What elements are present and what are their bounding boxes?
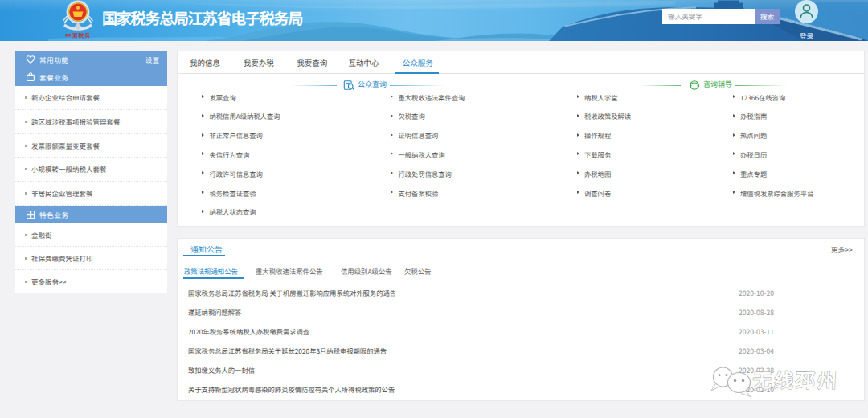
svg-text:无线邳州: 无线邳州 — [752, 365, 840, 393]
svg-text:中国税务: 中国税务 — [65, 31, 91, 39]
